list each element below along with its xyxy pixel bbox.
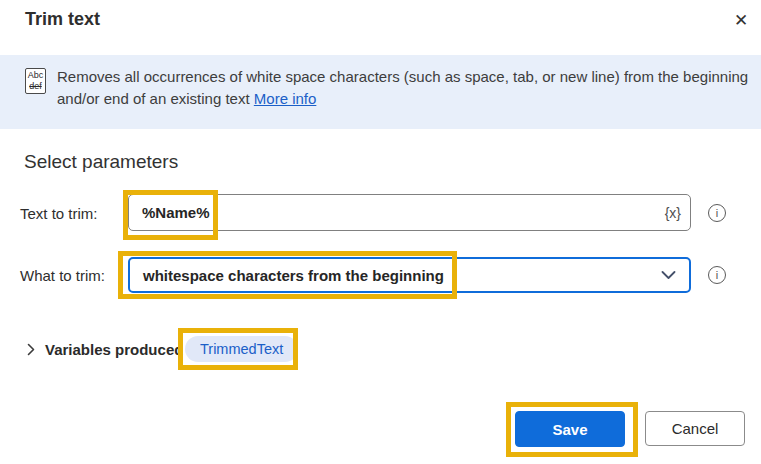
description-line-1: Removes all occurrences of white space c… [57,66,757,88]
close-button[interactable]: ✕ [726,5,756,35]
what-to-trim-dropdown[interactable]: whitespace characters from the beginning [128,257,691,293]
select-parameters-heading: Select parameters [24,151,178,173]
action-icon-top-text: Abc [28,70,44,81]
chevron-down-icon [661,271,676,280]
trim-text-action-icon: Abc def [25,68,46,94]
fx-icon: {x} [665,205,681,221]
info-glyph: i [716,269,718,281]
produced-variable-pill[interactable]: TrimmedText [185,336,298,362]
text-to-trim-input[interactable]: %Name% {x} [128,194,691,231]
what-to-trim-info-icon[interactable]: i [708,266,726,284]
what-to-trim-selected-value: whitespace characters from the beginning [130,267,661,284]
dialog-title: Trim text [25,9,100,30]
cancel-button[interactable]: Cancel [645,411,745,446]
text-to-trim-info-icon[interactable]: i [708,204,726,222]
variables-expander-chevron-icon[interactable] [27,343,35,356]
action-icon-bottom-text: def [29,81,42,92]
description-line-2: and/or end of an existing text More info [57,88,757,110]
trim-text-dialog: Trim text ✕ Abc def Removes all occurren… [0,0,761,464]
variables-produced-label[interactable]: Variables produced [45,341,183,358]
what-to-trim-label: What to trim: [20,267,105,284]
description-line-2-text: and/or end of an existing text [57,90,250,107]
text-to-trim-value[interactable]: %Name% [129,204,665,221]
close-icon: ✕ [734,10,748,31]
more-info-link[interactable]: More info [254,90,317,107]
action-description: Removes all occurrences of white space c… [57,66,757,110]
action-description-banner: Abc def Removes all occurrences of white… [0,55,761,129]
text-to-trim-label: Text to trim: [20,205,98,222]
info-glyph: i [716,207,718,219]
variable-picker-button[interactable]: {x} [665,205,690,221]
save-button[interactable]: Save [515,411,625,447]
